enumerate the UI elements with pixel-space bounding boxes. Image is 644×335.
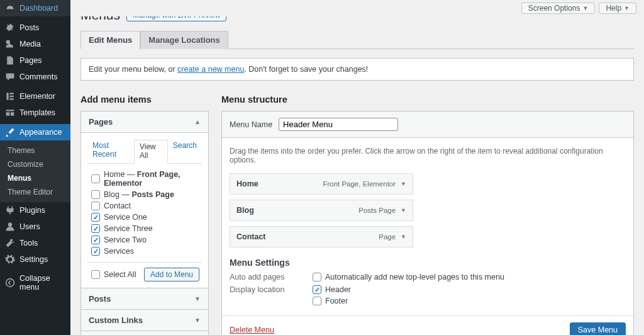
page-checkbox-row[interactable]: Services (87, 246, 202, 257)
add-items-heading: Add menu items (80, 94, 209, 105)
svg-rect-2 (9, 93, 13, 94)
submenu-customize[interactable]: Customize (0, 157, 70, 171)
accordion-categories-toggle[interactable]: Categories ▼ (81, 331, 208, 335)
chevron-down-icon: ▼ (194, 295, 201, 302)
menu-item-type: Page (379, 233, 396, 241)
nav-tabs: Edit Menus Manage Locations (80, 30, 634, 49)
chevron-down-icon[interactable]: ▼ (401, 207, 406, 213)
menu-structure-heading: Menu structure (221, 94, 634, 105)
sidebar-item-label: Appearance (19, 128, 62, 137)
accordion-custom-links-toggle[interactable]: Custom Links ▼ (81, 310, 208, 331)
page-icon (5, 55, 15, 65)
menu-name-input[interactable] (279, 118, 398, 131)
admin-sidebar: Dashboard Posts Media Pages Comments Ele… (0, 0, 70, 335)
checkbox[interactable] (313, 285, 321, 294)
sidebar-item-posts[interactable]: Posts (0, 20, 70, 36)
chevron-down-icon: ▼ (582, 5, 588, 11)
submenu-theme-editor[interactable]: Theme Editor (0, 185, 70, 199)
page-checkbox-row[interactable]: Home — Front Page, Elementor (87, 169, 202, 189)
collapse-icon (5, 278, 15, 288)
accordion-pages-toggle[interactable]: Pages ▲ (81, 111, 208, 133)
user-icon (5, 222, 15, 232)
comment-icon (5, 72, 15, 82)
menu-item[interactable]: Contact Page▼ (230, 226, 413, 247)
svg-rect-4 (9, 98, 13, 99)
page-checkbox-row[interactable]: Contact (87, 200, 202, 212)
brush-icon (5, 127, 15, 137)
menu-item[interactable]: Home Front Page, Elementor▼ (230, 173, 413, 195)
pages-list: Home — Front Page, Elementor Blog — Post… (87, 169, 202, 257)
submenu-themes[interactable]: Themes (0, 144, 70, 157)
auto-add-option[interactable]: Automatically add new top-level pages to… (313, 273, 504, 281)
pin-icon (5, 23, 15, 33)
chevron-down-icon[interactable]: ▼ (401, 234, 406, 240)
sidebar-item-label: Media (19, 40, 41, 48)
checkbox[interactable] (313, 297, 321, 305)
subtab-search[interactable]: Search (168, 139, 202, 163)
accordion-pages: Pages ▲ Most Recent View All Search Home… (80, 111, 209, 288)
chevron-down-icon[interactable]: ▼ (401, 181, 406, 187)
sidebar-item-label: Pages (19, 56, 42, 65)
checkbox[interactable] (91, 224, 100, 233)
subtab-most-recent[interactable]: Most Recent (87, 139, 134, 163)
page-title: Menus (80, 16, 120, 23)
sidebar-item-users[interactable]: Users (0, 219, 70, 235)
tab-manage-locations[interactable]: Manage Locations (140, 31, 228, 49)
sidebar-item-label: Comments (19, 72, 57, 81)
location-option-header[interactable]: Header (313, 285, 351, 294)
select-all-row[interactable]: Select All (91, 270, 136, 279)
sidebar-item-pages[interactable]: Pages (0, 52, 70, 69)
checkbox[interactable] (91, 174, 100, 183)
save-menu-button[interactable]: Save Menu (570, 322, 626, 335)
accordion-custom-links: Custom Links ▼ (80, 310, 209, 331)
auto-add-text: Automatically add new top-level pages to… (325, 273, 504, 281)
page-checkbox-row[interactable]: Service One (87, 212, 202, 223)
checkbox[interactable] (91, 236, 100, 244)
delete-menu-link[interactable]: Delete Menu (230, 326, 274, 334)
page-checkbox-row[interactable]: Service Three (87, 223, 202, 234)
sidebar-item-label: Elementor (19, 92, 55, 101)
subtab-view-all[interactable]: View All (134, 140, 168, 164)
templates-icon (5, 108, 15, 118)
sidebar-item-templates[interactable]: Templates (0, 105, 70, 121)
sidebar-item-label: Plugins (19, 206, 45, 215)
sidebar-item-appearance[interactable]: Appearance (0, 124, 70, 140)
page-label: Contact (104, 202, 131, 210)
page-checkbox-row[interactable]: Blog — Posts Page (87, 189, 202, 200)
page-checkbox-row[interactable]: Service Two (87, 234, 202, 246)
add-to-menu-button[interactable]: Add to Menu (144, 268, 199, 281)
checkbox[interactable] (91, 190, 100, 199)
help-label: Help (606, 4, 621, 13)
sidebar-item-settings[interactable]: Settings (0, 251, 70, 268)
checkbox[interactable] (91, 213, 100, 222)
create-menu-link[interactable]: create a new menu (177, 65, 244, 74)
help-button[interactable]: Help ▼ (599, 3, 636, 14)
live-preview-button[interactable]: Manage with Live Preview (126, 16, 226, 21)
display-location-label: Display location (230, 285, 313, 305)
screen-meta-row: Screen Options ▼ Help ▼ (70, 0, 644, 16)
menu-item[interactable]: Blog Posts Page▼ (230, 200, 413, 221)
screen-options-button[interactable]: Screen Options ▼ (521, 3, 596, 14)
submenu-menus[interactable]: Menus (0, 171, 70, 185)
sidebar-item-tools[interactable]: Tools (0, 235, 70, 251)
sidebar-item-dashboard[interactable]: Dashboard (0, 0, 70, 16)
svg-point-0 (6, 40, 10, 44)
chevron-up-icon: ▲ (194, 118, 201, 125)
page-label: Service One (104, 213, 147, 222)
sidebar-item-plugins[interactable]: Plugins (0, 202, 70, 219)
accordion-posts-toggle[interactable]: Posts ▼ (81, 288, 208, 309)
sidebar-item-label: Dashboard (19, 4, 58, 13)
checkbox[interactable] (313, 273, 321, 281)
sidebar-item-comments[interactable]: Comments (0, 69, 70, 85)
checkbox[interactable] (91, 270, 100, 279)
notice-text-pre: Edit your menu below, or (89, 65, 177, 74)
sidebar-item-media[interactable]: Media (0, 36, 70, 52)
checkbox[interactable] (91, 202, 100, 210)
checkbox[interactable] (91, 247, 100, 256)
tab-edit-menus[interactable]: Edit Menus (80, 31, 140, 49)
sidebar-item-collapse[interactable]: Collapse menu (0, 271, 70, 295)
location-option-footer[interactable]: Footer (313, 297, 351, 305)
sidebar-item-elementor[interactable]: Elementor (0, 88, 70, 105)
elementor-icon (5, 91, 15, 101)
sidebar-item-label: Posts (19, 23, 39, 32)
